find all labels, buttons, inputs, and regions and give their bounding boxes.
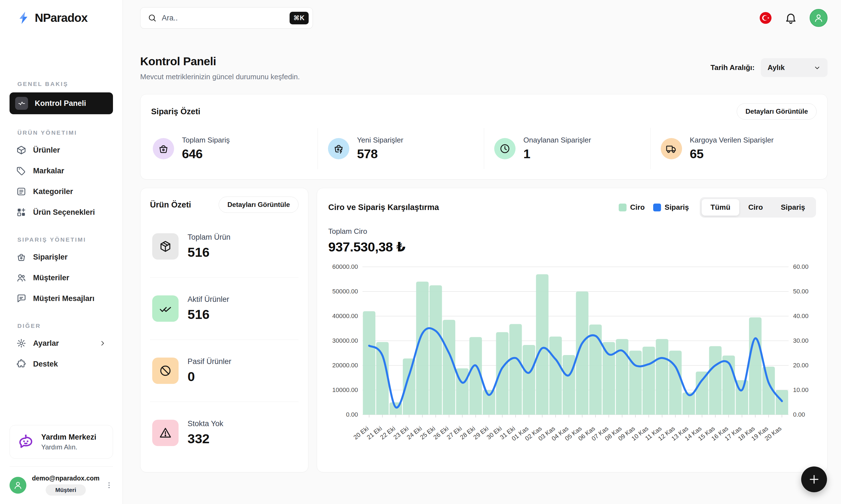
order-summary-title: Sipariş Özeti (151, 107, 201, 116)
box-icon (16, 145, 27, 155)
order-stat-text: Toplam Sipariş646 (182, 136, 230, 161)
date-range-value: Aylık (768, 63, 785, 72)
svg-text:20 Eki: 20 Eki (352, 425, 370, 441)
grid-plus-icon (16, 207, 27, 217)
product-summary-title: Ürün Özeti (150, 200, 191, 210)
product-stat-label: Pasif Ürünler (188, 357, 231, 366)
sidebar-item-r-nler[interactable]: Ürünler (10, 141, 113, 159)
product-stats: Toplam Ürün516Aktif Ürünler516Pasif Ürün… (150, 216, 298, 464)
legend-item-ciro[interactable]: Ciro (619, 203, 645, 212)
product-stat-value: 0 (188, 369, 231, 384)
truck-icon (661, 138, 682, 159)
chart-tab-sipari[interactable]: Sipariş (772, 199, 814, 216)
sidebar-section-title: SIPARIŞ YÖNETIMI (17, 236, 113, 243)
user-avatar[interactable] (10, 477, 27, 493)
product-stat-text: Pasif Ürünler0 (188, 357, 231, 384)
svg-text:40.00: 40.00 (793, 312, 808, 320)
sidebar-item-markalar[interactable]: Markalar (10, 162, 113, 180)
chart-tab-t-m[interactable]: Tümü (702, 199, 739, 216)
product-stat-value: 516 (188, 245, 230, 260)
svg-text:20000.00: 20000.00 (332, 362, 358, 369)
user-role-badge: Müşteri (46, 484, 86, 496)
order-details-button[interactable]: Detayları Görüntüle (737, 103, 817, 120)
product-stat-text: Aktif Ürünler516 (188, 295, 229, 322)
language-flag-tr-icon[interactable] (759, 12, 772, 24)
page-subtitle: Mevcut metriklerinizin güncel durumunu k… (140, 73, 300, 81)
order-stat-value: 646 (182, 147, 230, 161)
ban-icon (152, 358, 178, 384)
help-center-subtitle: Yardım Alın. (41, 443, 97, 451)
product-summary-head: Ürün Özeti Detayları Görüntüle (150, 197, 298, 213)
user-email: demo@nparadox.com (32, 474, 100, 482)
sidebar-item-m-teriler[interactable]: Müşteriler (10, 269, 113, 287)
basket-bolt-icon (328, 138, 349, 159)
double-check-icon (152, 295, 178, 322)
date-range: Tarih Aralığı: Aylık (711, 58, 827, 77)
svg-text:50.00: 50.00 (793, 288, 808, 295)
order-stat-label: Yeni Siparişler (357, 136, 404, 144)
svg-text:29 Eki: 29 Eki (472, 425, 490, 441)
topbar-icons (759, 9, 827, 27)
sidebar-item-m-teri-mesajlar[interactable]: Müşteri Mesajları (10, 289, 113, 307)
sidebar-item-sipari-ler[interactable]: Siparişler (10, 248, 113, 266)
order-stat-label: Onaylanan Siparişler (524, 136, 591, 144)
sidebar-item-destek[interactable]: Destek (10, 355, 113, 373)
page-header-text: Kontrol Paneli Mevcut metriklerinizin gü… (140, 55, 300, 81)
users-icon (16, 273, 27, 283)
sidebar-item-label: Ürünler (33, 146, 60, 155)
sidebar-item-label: Ürün Seçenekleri (33, 208, 95, 217)
svg-text:23 Eki: 23 Eki (392, 425, 410, 441)
svg-text:27 Eki: 27 Eki (445, 425, 463, 441)
page-title: Kontrol Paneli (140, 55, 300, 68)
help-center-text: Yardım Merkezi Yardım Alın. (41, 433, 97, 451)
puzzle-icon (16, 359, 27, 369)
clock-icon (494, 138, 516, 159)
chart-tab-ciro[interactable]: Ciro (739, 199, 772, 216)
order-stat-text: Onaylanan Siparişler1 (524, 136, 591, 161)
sidebar-section-title: DIĞER (17, 323, 113, 329)
search-shortcut-badge: ⌘K (290, 12, 309, 24)
tag-icon (16, 166, 27, 176)
plus-icon (808, 473, 820, 486)
sidebar-item-label: Müşteriler (33, 273, 69, 282)
sidebar-item-kontrol-paneli[interactable]: Kontrol Paneli (10, 92, 113, 114)
add-fab-button[interactable] (801, 467, 827, 492)
sidebar-item-kategoriler[interactable]: Kategoriler (10, 183, 113, 200)
date-range-select[interactable]: Aylık (761, 58, 827, 77)
product-stat-text: Toplam Ürün516 (188, 233, 230, 260)
product-stat-toplam-r-n: Toplam Ürün516 (150, 216, 298, 277)
order-stat-value: 578 (357, 147, 404, 161)
legend-item-sipari[interactable]: Sipariş (653, 203, 689, 212)
sidebar-item-r-n-se-enekleri[interactable]: Ürün Seçenekleri (10, 203, 113, 221)
product-stat-aktif-r-nler: Aktif Ürünler516 (150, 277, 298, 340)
order-summary-card: Sipariş Özeti Detayları Görüntüle Toplam… (140, 94, 827, 179)
svg-text:30 Eki: 30 Eki (485, 425, 503, 441)
product-stat-label: Stokta Yok (188, 419, 223, 428)
profile-avatar[interactable] (810, 9, 827, 27)
sidebar-item-ayarlar[interactable]: Ayarlar (10, 334, 113, 352)
basket-icon (16, 252, 27, 262)
order-stats: Toplam Sipariş646Yeni Siparişler578Onayl… (151, 128, 817, 169)
notifications-bell-icon[interactable] (784, 12, 797, 24)
sidebar-item-label: Siparişler (33, 253, 68, 262)
product-details-button[interactable]: Detayları Görüntüle (219, 197, 298, 213)
svg-text:60000.00: 60000.00 (332, 263, 358, 270)
search-input[interactable] (162, 14, 285, 22)
order-summary-head: Sipariş Özeti Detayları Görüntüle (151, 103, 817, 120)
svg-text:22 Eki: 22 Eki (379, 425, 397, 441)
help-center-card[interactable]: Yardım Merkezi Yardım Alın. (10, 425, 113, 458)
svg-text:28 Eki: 28 Eki (459, 425, 477, 441)
user-menu-dots-icon[interactable] (105, 480, 113, 491)
order-stat-toplam-sipari: Toplam Sipariş646 (151, 128, 317, 169)
svg-text:50000.00: 50000.00 (332, 288, 358, 295)
help-center-title: Yardım Merkezi (41, 433, 97, 442)
svg-text:10.00: 10.00 (793, 386, 808, 393)
brand-logo-icon (17, 11, 31, 25)
svg-text:0.00: 0.00 (793, 411, 805, 418)
product-stat-label: Toplam Ürün (188, 233, 230, 241)
order-stat-value: 65 (690, 147, 774, 161)
chart-card: Ciro ve Sipariş Karşılaştırma CiroSipari… (317, 188, 827, 472)
sidebar-section-title: ÜRÜN YÖNETIMI (17, 129, 113, 136)
product-stat-text: Stokta Yok332 (188, 419, 223, 446)
product-stat-pasif-r-nler: Pasif Ürünler0 (150, 340, 298, 402)
